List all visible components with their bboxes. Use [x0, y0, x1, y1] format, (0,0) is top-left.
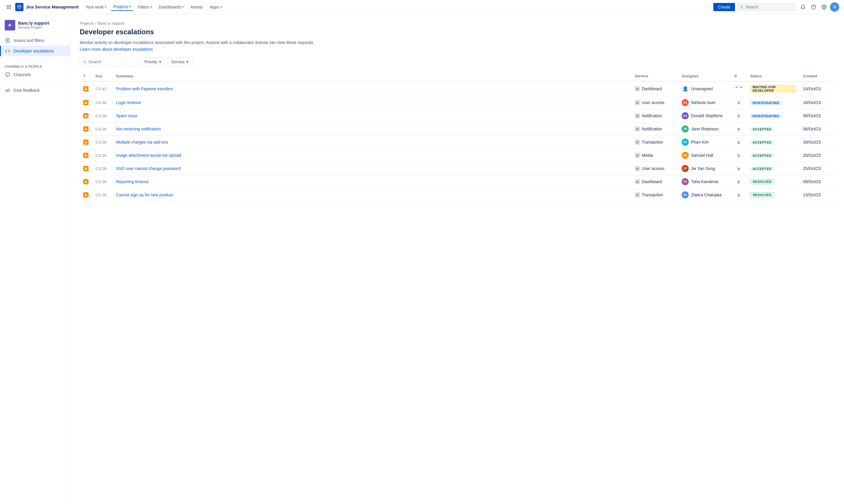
table-row: CS-30 Login timeout ⊞ User access SA Ste…	[80, 96, 834, 109]
priority-med-icon: ∨	[737, 100, 740, 106]
assignee-avatar: DS	[682, 112, 689, 119]
user-avatar[interactable]: U	[830, 2, 839, 12]
priority-filter[interactable]: Priority ▾	[141, 57, 165, 66]
priority-cell: ∨	[731, 109, 747, 123]
key-cell: CS-29	[92, 149, 112, 162]
learn-more-link[interactable]: Learn more about developer escalations	[80, 47, 153, 52]
table-row: CS-29 Cannot sign up for new product ⊞ T…	[80, 188, 834, 202]
service-icon: ⊞	[635, 192, 640, 198]
service-cell: ⊞ Notification	[631, 109, 678, 123]
issue-type-icon	[83, 179, 89, 184]
issue-summary-link[interactable]: Spam issue	[116, 113, 138, 118]
issue-type-icon	[83, 86, 89, 91]
issue-search-input[interactable]	[89, 59, 135, 64]
status-cell: RESOLVED	[747, 175, 800, 188]
app-switcher-icon[interactable]	[5, 3, 13, 11]
table-row: CS-29 Reporting timeout ⊞ Dashboard TK T…	[80, 175, 834, 188]
service-icon: ⊞	[635, 126, 640, 131]
priority-cell: ∨	[731, 188, 747, 202]
list-icon	[5, 37, 11, 43]
app-logo[interactable]: Jira Service Management	[15, 3, 78, 11]
issue-summary-link[interactable]: Reporting timeout	[116, 179, 148, 184]
global-search[interactable]	[737, 3, 796, 11]
breadcrumb: Projects / Banc.ly support	[80, 21, 834, 25]
svg-rect-3	[7, 6, 7, 7]
status-cell: INVESTIGATING	[747, 96, 800, 109]
settings-icon[interactable]	[820, 2, 829, 12]
issue-type-icon	[83, 166, 89, 171]
svg-line-10	[742, 7, 743, 8]
main-content: Projects / Banc.ly support Developer esc…	[70, 14, 844, 504]
service-icon: ⊞	[635, 166, 640, 171]
service-filter[interactable]: Service ▾	[167, 57, 193, 66]
filters-row: Priority ▾ Service ▾	[80, 57, 834, 66]
priority-med-icon: ∨	[737, 113, 740, 119]
created-cell: 25/Oct/23	[800, 149, 834, 162]
table-row: CS-43 Problem with Paywise transfers ⊞ D…	[80, 82, 834, 96]
breadcrumb-projects[interactable]: Projects	[80, 21, 93, 25]
code-icon	[5, 48, 11, 54]
summary-cell: Login timeout	[112, 96, 631, 109]
type-cell	[80, 82, 92, 96]
issue-summary-link[interactable]: Cannot sign up for new product	[116, 193, 173, 197]
help-icon[interactable]	[809, 2, 818, 12]
summary-cell: SSO user cannot change password	[112, 162, 631, 175]
status-cell: ACCEPTED	[747, 162, 800, 175]
service-cell: ⊞ Dashboard	[631, 175, 678, 188]
service-cell: ⊞ Transaction	[631, 136, 678, 149]
key-cell: CS-29	[92, 123, 112, 136]
col-header-status: Status	[747, 71, 800, 82]
issue-summary-link[interactable]: SSO user cannot change password	[116, 166, 181, 171]
key-cell: CS-43	[92, 82, 112, 96]
service-cell: ⊞ Dashboard	[631, 82, 678, 96]
service-cell: ⊞ User access	[631, 162, 678, 175]
assignee-avatar: SA	[682, 99, 689, 106]
sidebar-item-give-feedback[interactable]: Give feedback	[0, 85, 70, 95]
svg-rect-2	[10, 5, 11, 6]
assignee-cell: JY Jie Yan Song	[678, 162, 731, 175]
priority-cell: ∨	[731, 96, 747, 109]
svg-rect-18	[5, 73, 10, 76]
svg-rect-5	[10, 6, 11, 7]
apps-nav[interactable]: Apps ▾	[208, 3, 224, 11]
created-cell: 08/Oct/23	[800, 109, 834, 123]
assets-nav[interactable]: Assets	[188, 3, 205, 11]
type-cell	[80, 109, 92, 123]
sidebar-item-issues[interactable]: Issues and filters	[0, 35, 70, 46]
sidebar-item-channels[interactable]: Channels	[0, 69, 70, 80]
status-badge: WAITING FOR DEVELOPER	[750, 85, 796, 93]
type-cell	[80, 123, 92, 136]
issue-summary-link[interactable]: Multiple charges via add-ons	[116, 140, 168, 144]
page-title: Developer escalations	[80, 28, 834, 36]
issue-summary-link[interactable]: Not receiving notification	[116, 127, 161, 131]
status-cell: ACCEPTED	[747, 149, 800, 162]
status-badge: ACCEPTED	[750, 166, 774, 171]
assignee-cell: 👤 Unassigned	[678, 82, 731, 96]
priority-cell: ∨	[731, 175, 747, 188]
assignee-cell: DS Donald Stephens	[678, 109, 731, 123]
issue-summary-link[interactable]: Problem with Paywise transfers	[116, 87, 173, 91]
filters-nav[interactable]: Filters ▾	[136, 3, 154, 11]
sidebar: Banc.ly support Service Project Issues a…	[0, 14, 70, 504]
topnav-icons: U	[798, 2, 839, 12]
sidebar-item-developer-escalations[interactable]: Developer escalations	[0, 46, 70, 56]
issue-summary-link[interactable]: Image attachment would not upload	[116, 153, 181, 158]
create-button[interactable]: Create	[713, 3, 735, 11]
issue-summary-link[interactable]: Login timeout	[116, 100, 141, 105]
search-input[interactable]	[746, 5, 793, 10]
projects-nav[interactable]: Projects ▾	[111, 3, 133, 11]
issue-type-icon	[83, 192, 89, 198]
svg-rect-1	[8, 5, 10, 6]
issue-type-icon	[83, 113, 89, 119]
your-work-nav[interactable]: Your work ▾	[83, 3, 109, 11]
priority-cell: ∨	[731, 123, 747, 136]
dashboards-nav[interactable]: Dashboards ▾	[157, 3, 186, 11]
type-cell	[80, 149, 92, 162]
issue-search-box[interactable]	[80, 57, 138, 66]
col-header-key: Key	[92, 71, 112, 82]
notifications-icon[interactable]	[798, 2, 808, 12]
priority-cell: ∨	[731, 149, 747, 162]
breadcrumb-current-project[interactable]: Banc.ly support	[98, 21, 125, 25]
col-header-priority: P	[731, 71, 747, 82]
svg-point-13	[824, 6, 825, 7]
